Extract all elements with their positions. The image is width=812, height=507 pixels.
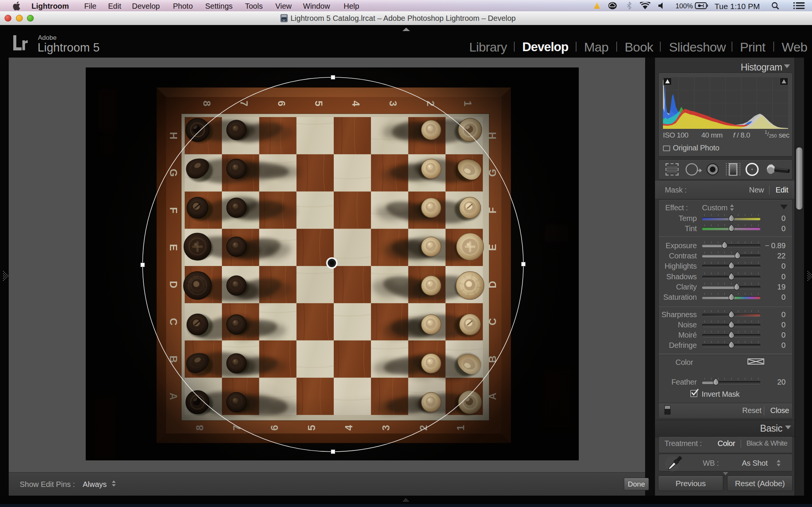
svg-text:Lr: Lr xyxy=(283,18,286,22)
